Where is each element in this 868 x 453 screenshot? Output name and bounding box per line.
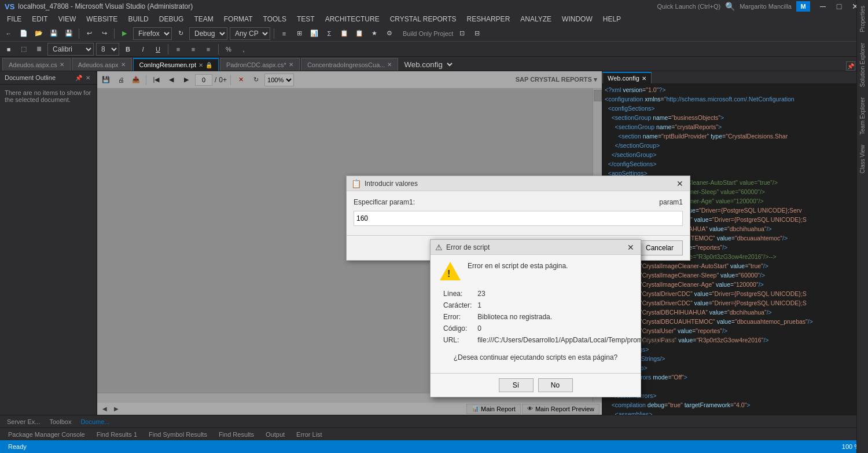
text-btn3[interactable]: ≣ (32, 43, 45, 56)
class-view-tab[interactable]: Class View (858, 140, 867, 178)
comma-btn[interactable]: , (237, 43, 250, 56)
bottom-tab-server[interactable]: Server Ex... (5, 417, 42, 426)
panel-pin-icon[interactable]: 📌 (75, 74, 83, 82)
percent-btn[interactable]: % (222, 43, 235, 56)
minimize-button[interactable]: ─ (815, 0, 831, 13)
toolbar-icon2[interactable]: ⊞ (293, 27, 306, 40)
toolbar-icon10[interactable]: ⊟ (470, 27, 483, 40)
text-btn2[interactable]: ⬚ (17, 43, 30, 56)
menu-help[interactable]: HELP (598, 13, 626, 25)
menu-file[interactable]: FILE (2, 13, 26, 25)
refresh-btn[interactable]: ↻ (174, 27, 187, 40)
save-btn[interactable]: 💾 (47, 27, 60, 40)
size-dropdown[interactable]: 8 (96, 43, 119, 56)
menu-window[interactable]: WINDOW (557, 13, 597, 25)
search-icon[interactable]: 🔍 (725, 2, 735, 11)
text-btn1[interactable]: ■ (2, 43, 15, 56)
redo-btn[interactable]: ↪ (98, 27, 111, 40)
align-center-btn[interactable]: ≡ (187, 43, 200, 56)
menu-architecture[interactable]: ARCHITECTURE (321, 13, 384, 25)
dialog-param-content: Especificar param1: param1 (347, 191, 690, 235)
open-btn[interactable]: 📂 (32, 27, 45, 40)
new-project-btn[interactable]: 📄 (17, 27, 30, 40)
properties-tab[interactable]: Properties (858, 1, 867, 37)
underline-btn[interactable]: U (152, 43, 164, 56)
linea-value: 23 (475, 288, 679, 299)
close-tab-icon[interactable]: ✕ (387, 61, 392, 68)
save-all-btn[interactable]: 💾 (62, 27, 75, 40)
toolbar-icon3[interactable]: 📊 (308, 27, 321, 40)
undo-btn[interactable]: ↩ (83, 27, 95, 40)
tab-adeudos-aspx[interactable]: Adeudos.aspx ✕ (72, 58, 132, 71)
browser-dropdown[interactable]: Firefox (133, 27, 172, 40)
output-tab[interactable]: Output (262, 430, 288, 439)
find-results-1-tab[interactable]: Find Results 1 (93, 430, 141, 439)
menu-edit[interactable]: EDIT (27, 13, 52, 25)
panel-empty-message: There are no items to show for the selec… (0, 85, 97, 415)
sep4 (168, 44, 168, 54)
find-results-tab[interactable]: Find Results (215, 430, 258, 439)
cpu-dropdown[interactable]: Any CPU (230, 27, 270, 40)
solution-explorer-tab[interactable]: Solution Explorer (858, 38, 867, 92)
status-text[interactable]: Ready (5, 443, 30, 450)
menu-analyze[interactable]: ANALYZE (516, 13, 556, 25)
webconfig-tab-close[interactable]: ✕ (642, 75, 646, 82)
toolbar-icon4[interactable]: Σ (323, 27, 336, 40)
package-manager-tab[interactable]: Package Manager Console (5, 430, 89, 439)
toolbar-icon7[interactable]: ★ (368, 27, 381, 40)
align-left-btn[interactable]: ≡ (172, 43, 185, 56)
font-dropdown[interactable]: Calibri (47, 43, 94, 56)
menu-view[interactable]: VIEW (54, 13, 81, 25)
bottom-tab-toolbox[interactable]: Toolbox (47, 417, 73, 426)
debug-dropdown[interactable]: Debug (189, 27, 227, 40)
find-symbol-tab[interactable]: Find Symbol Results (145, 430, 211, 439)
toolbar-icon9[interactable]: ⊡ (455, 27, 468, 40)
cancel-button[interactable]: Cancelar (637, 240, 683, 255)
menu-build[interactable]: BUILD (123, 13, 153, 25)
panel-close-icon[interactable]: ✕ (84, 74, 92, 82)
tab-concentrado[interactable]: ConcentradoIngresosCua... ✕ (301, 58, 399, 71)
document-outline-panel: Document Outline 📌 ✕ There are no items … (0, 71, 97, 415)
team-explorer-tab[interactable]: Team Explorer (858, 93, 867, 139)
toolbar-icon6[interactable]: 📋 (353, 27, 366, 40)
maximize-button[interactable]: □ (831, 0, 847, 13)
error-list-tab[interactable]: Error List (293, 430, 326, 439)
close-tab-icon[interactable]: ✕ (121, 61, 126, 68)
error-footer: Sí No (431, 373, 641, 397)
back-btn[interactable]: ← (2, 27, 15, 40)
menu-team[interactable]: TEAM (189, 13, 218, 25)
si-button[interactable]: Sí (499, 378, 534, 392)
bold-btn[interactable]: B (122, 43, 134, 56)
toolbar-icon1[interactable]: ≡ (278, 27, 290, 40)
no-button[interactable]: No (538, 378, 573, 392)
run-btn[interactable]: ▶ (118, 27, 131, 40)
tab-coningresumen[interactable]: ConIngResumen.rpt ✕ 🔒 (133, 58, 219, 71)
tab-overflow-btn[interactable]: Web.config (399, 59, 454, 71)
close-tab-icon[interactable]: ✕ (289, 61, 293, 68)
menu-website[interactable]: WEBSITE (82, 13, 122, 25)
align-right-btn[interactable]: ≡ (202, 43, 215, 56)
toolbar-icon8[interactable]: ⚙ (383, 27, 396, 40)
italic-btn[interactable]: I (137, 43, 149, 56)
param-input[interactable] (354, 211, 683, 226)
close-tab-icon[interactable]: ✕ (198, 62, 203, 68)
menu-format[interactable]: FORMAT (219, 13, 258, 25)
dialog-param-close-btn[interactable]: ✕ (675, 178, 685, 189)
menu-tools[interactable]: TOOLS (259, 13, 291, 25)
close-tab-icon[interactable]: ✕ (60, 61, 64, 68)
user-avatar[interactable]: M (796, 1, 810, 12)
menu-debug[interactable]: DEBUG (155, 13, 189, 25)
bottom-tab-document[interactable]: Docume... (78, 417, 112, 426)
tab-padroncdc[interactable]: PadronCDC.aspx.cs* ✕ (220, 58, 300, 71)
tab-adeudos-cs[interactable]: Adeudos.aspx.cs ✕ (2, 58, 71, 71)
code-line: <connectionStrings/> (605, 355, 866, 364)
menu-resharper[interactable]: RESHARPER (462, 13, 515, 25)
menu-test[interactable]: TEST (292, 13, 319, 25)
code-line: <system.web> (605, 364, 866, 374)
toolbar-icon5[interactable]: 📋 (338, 27, 351, 40)
dialog-error-close-btn[interactable]: ✕ (626, 242, 636, 253)
tab-webconfig[interactable]: Web.config ✕ (602, 72, 652, 83)
menu-crystal-reports[interactable]: CRYSTAL REPORTS (385, 13, 461, 25)
quick-launch-label: Quick Launch (Ctrl+Q) (657, 3, 720, 10)
panel-pin-btn[interactable]: 📌 (846, 61, 855, 71)
